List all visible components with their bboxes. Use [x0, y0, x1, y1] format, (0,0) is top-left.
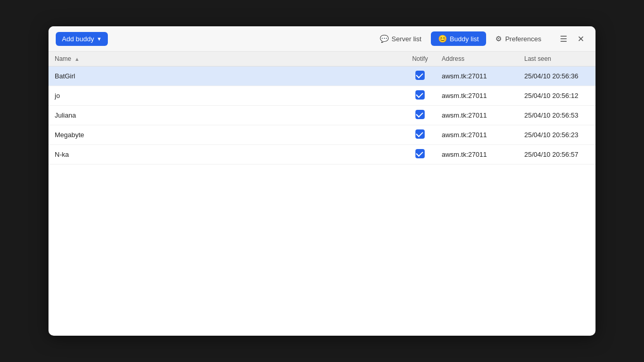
nav-tabs: 💬Server list😊Buddy list⚙Preferences — [373, 31, 549, 46]
table-container: Name ▲ Notify Address Last seen BatGirla… — [49, 52, 595, 336]
notify-checkbox[interactable] — [415, 90, 425, 100]
cell-last-seen: 25/04/10 20:56:12 — [518, 86, 595, 106]
add-buddy-label: Add buddy — [62, 35, 94, 43]
cell-address: awsm.tk:27011 — [436, 106, 518, 125]
cell-name: Megabyte — [49, 125, 405, 145]
cell-name: N-ka — [49, 145, 405, 164]
menu-button[interactable]: ☰ — [557, 32, 570, 46]
column-header-name[interactable]: Name ▲ — [49, 52, 405, 67]
cell-address: awsm.tk:27011 — [436, 145, 518, 164]
cell-name: jo — [49, 86, 405, 106]
sort-arrow-name: ▲ — [74, 56, 79, 62]
tab-preferences[interactable]: ⚙Preferences — [488, 31, 549, 46]
cell-name: Juliana — [49, 106, 405, 125]
table-header: Name ▲ Notify Address Last seen — [49, 52, 595, 67]
preferences-label: Preferences — [505, 35, 541, 43]
cell-last-seen: 25/04/10 20:56:23 — [518, 125, 595, 145]
cell-notify[interactable] — [405, 145, 436, 164]
table-row[interactable]: Megabyteawsm.tk:2701125/04/10 20:56:23 — [49, 125, 595, 145]
cell-last-seen: 25/04/10 20:56:57 — [518, 145, 595, 164]
cell-notify[interactable] — [405, 86, 436, 106]
notify-checkbox[interactable] — [415, 71, 425, 80]
cell-address: awsm.tk:27011 — [436, 125, 518, 145]
table-row[interactable]: BatGirlawsm.tk:2701125/04/10 20:56:36 — [49, 67, 595, 86]
close-icon: ✕ — [577, 35, 584, 43]
notify-checkbox[interactable] — [415, 129, 425, 139]
cell-notify[interactable] — [405, 106, 436, 125]
close-button[interactable]: ✕ — [573, 32, 588, 46]
tab-server-list[interactable]: 💬Server list — [373, 31, 429, 46]
preferences-icon: ⚙ — [495, 35, 502, 43]
toolbar: Add buddy ▼ 💬Server list😊Buddy list⚙Pref… — [49, 26, 595, 52]
table-row[interactable]: N-kaawsm.tk:2701125/04/10 20:56:57 — [49, 145, 595, 164]
server-list-icon: 💬 — [380, 35, 389, 43]
main-window: Add buddy ▼ 💬Server list😊Buddy list⚙Pref… — [49, 26, 595, 336]
cell-name: BatGirl — [49, 67, 405, 86]
table-row[interactable]: Julianaawsm.tk:2701125/04/10 20:56:53 — [49, 106, 595, 125]
server-list-label: Server list — [392, 35, 422, 43]
table-body: BatGirlawsm.tk:2701125/04/10 20:56:36joa… — [49, 67, 595, 164]
cell-notify[interactable] — [405, 67, 436, 86]
table-row[interactable]: joawsm.tk:2701125/04/10 20:56:12 — [49, 86, 595, 106]
column-header-address[interactable]: Address — [436, 52, 518, 67]
cell-last-seen: 25/04/10 20:56:36 — [518, 67, 595, 86]
column-header-notify[interactable]: Notify — [405, 52, 436, 67]
cell-address: awsm.tk:27011 — [436, 67, 518, 86]
tab-buddy-list[interactable]: 😊Buddy list — [431, 31, 486, 46]
buddy-list-icon: 😊 — [438, 35, 447, 43]
add-buddy-button[interactable]: Add buddy ▼ — [56, 32, 108, 46]
notify-checkbox[interactable] — [415, 149, 425, 158]
column-header-last-seen[interactable]: Last seen — [518, 52, 595, 67]
menu-icon: ☰ — [560, 34, 567, 44]
toolbar-actions: ☰ ✕ — [557, 32, 588, 46]
cell-last-seen: 25/04/10 20:56:53 — [518, 106, 595, 125]
add-buddy-caret: ▼ — [96, 36, 102, 42]
buddy-list-label: Buddy list — [450, 35, 479, 43]
buddy-table: Name ▲ Notify Address Last seen BatGirla… — [49, 52, 595, 164]
cell-address: awsm.tk:27011 — [436, 86, 518, 106]
notify-checkbox[interactable] — [415, 110, 425, 119]
cell-notify[interactable] — [405, 125, 436, 145]
